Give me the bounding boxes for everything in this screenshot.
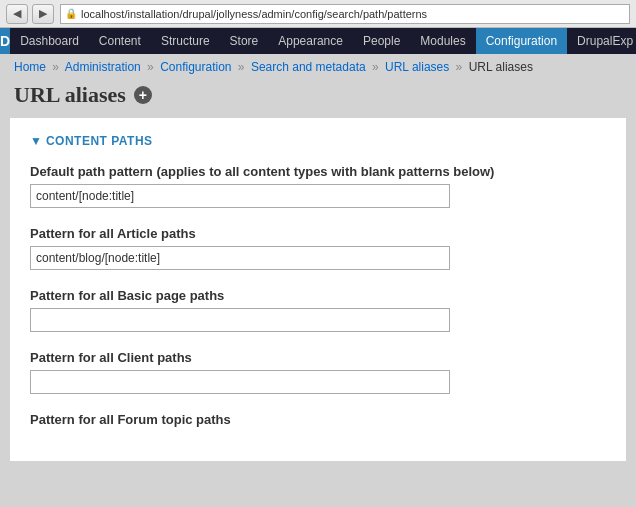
breadcrumb-sep-2: » [147, 60, 154, 74]
page-background: Home » Administration » Configuration » … [0, 54, 636, 461]
breadcrumb-sep-3: » [238, 60, 245, 74]
field-input-basic-page-paths[interactable] [30, 308, 450, 332]
field-input-client-paths[interactable] [30, 370, 450, 394]
lock-icon: 🔒 [65, 8, 77, 19]
nav-item-content[interactable]: Content [89, 28, 151, 54]
breadcrumb-sep-1: » [52, 60, 59, 74]
breadcrumb-search-metadata[interactable]: Search and metadata [251, 60, 366, 74]
field-input-article-paths[interactable] [30, 246, 450, 270]
back-button[interactable]: ◀ [6, 4, 28, 24]
nav-item-drupalexp[interactable]: DrupalExp [567, 28, 636, 54]
page-title-bar: URL aliases + [0, 78, 636, 118]
nav-logo: D [0, 28, 10, 54]
breadcrumb-administration[interactable]: Administration [65, 60, 141, 74]
main-content: ▼ CONTENT PATHS Default path pattern (ap… [10, 118, 626, 461]
field-label-basic-page-paths: Pattern for all Basic page paths [30, 288, 606, 303]
page-title: URL aliases [14, 82, 126, 108]
field-group-article-paths: Pattern for all Article paths [30, 226, 606, 270]
field-label-default-path: Default path pattern (applies to all con… [30, 164, 606, 179]
breadcrumb-current: URL aliases [469, 60, 533, 74]
breadcrumb-sep-5: » [456, 60, 463, 74]
nav-item-people[interactable]: People [353, 28, 410, 54]
field-group-forum-topic-paths: Pattern for all Forum topic paths [30, 412, 606, 427]
nav-item-dashboard[interactable]: Dashboard [10, 28, 89, 54]
browser-buttons: ◀ ▶ [6, 4, 54, 24]
nav-item-appearance[interactable]: Appearance [268, 28, 353, 54]
breadcrumb-url-aliases[interactable]: URL aliases [385, 60, 449, 74]
nav-item-store[interactable]: Store [220, 28, 269, 54]
breadcrumb-home[interactable]: Home [14, 60, 46, 74]
add-button[interactable]: + [134, 86, 152, 104]
url-text: localhost/installation/drupal/jollyness/… [81, 8, 427, 20]
field-label-article-paths: Pattern for all Article paths [30, 226, 606, 241]
forward-button[interactable]: ▶ [32, 4, 54, 24]
nav-item-structure[interactable]: Structure [151, 28, 220, 54]
section-toggle-icon[interactable]: ▼ [30, 134, 42, 148]
breadcrumb-configuration[interactable]: Configuration [160, 60, 231, 74]
field-group-default-path: Default path pattern (applies to all con… [30, 164, 606, 208]
address-bar: 🔒 localhost/installation/drupal/jollynes… [60, 4, 630, 24]
browser-bar: ◀ ▶ 🔒 localhost/installation/drupal/joll… [0, 0, 636, 28]
nav-items: Dashboard Content Structure Store Appear… [10, 28, 636, 54]
field-group-client-paths: Pattern for all Client paths [30, 350, 606, 394]
breadcrumb-sep-4: » [372, 60, 379, 74]
field-label-forum-topic-paths: Pattern for all Forum topic paths [30, 412, 606, 427]
top-nav: D Dashboard Content Structure Store Appe… [0, 28, 636, 54]
field-input-default-path[interactable] [30, 184, 450, 208]
section-header: ▼ CONTENT PATHS [30, 134, 606, 148]
breadcrumb: Home » Administration » Configuration » … [0, 54, 636, 78]
field-label-client-paths: Pattern for all Client paths [30, 350, 606, 365]
nav-item-modules[interactable]: Modules [410, 28, 475, 54]
section-title: CONTENT PATHS [46, 134, 153, 148]
nav-item-configuration[interactable]: Configuration [476, 28, 567, 54]
field-group-basic-page-paths: Pattern for all Basic page paths [30, 288, 606, 332]
